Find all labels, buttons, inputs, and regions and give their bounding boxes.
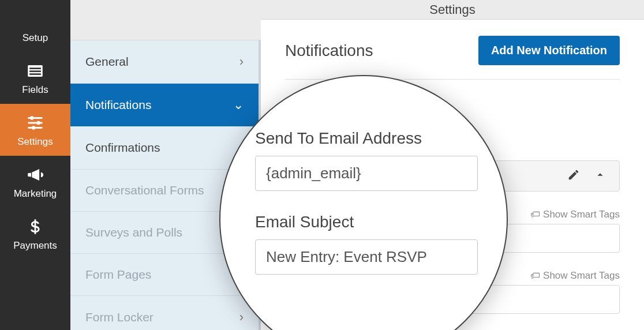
svg-point-8 (36, 121, 40, 125)
page-title: Settings (429, 2, 475, 17)
subnav-label: Form Locker (85, 310, 153, 324)
chevron-down-icon: ⌄ (233, 97, 244, 112)
chevron-up-icon[interactable] (594, 168, 606, 183)
header-bar (70, 0, 261, 40)
nav-label: Fields (0, 84, 70, 96)
dollar-icon (0, 217, 70, 237)
tag-icon: 🏷 (530, 270, 543, 281)
subnav-item-notifications[interactable]: Notifications ⌄ (70, 84, 259, 126)
chevron-right-icon: › (239, 54, 244, 69)
nav-label: Setup (0, 32, 70, 44)
section-header: Notifications Add New Notification (285, 36, 620, 80)
edit-icon[interactable] (567, 168, 580, 183)
svg-rect-2 (29, 70, 41, 72)
nav-item-payments[interactable]: Payments (0, 208, 70, 260)
subnav-label: Conversational Forms (85, 183, 204, 197)
add-new-notification-button[interactable]: Add New Notification (478, 36, 620, 65)
send-to-email-input[interactable]: {admin_email} (255, 156, 478, 191)
nav-item-settings[interactable]: Settings (0, 104, 70, 156)
svg-rect-3 (29, 73, 41, 75)
send-to-label: Send To Email Address (255, 129, 478, 148)
sliders-icon (0, 113, 70, 133)
nav-item-marketing[interactable]: Marketing (0, 156, 70, 208)
svg-rect-5 (28, 122, 43, 124)
subnav-label: Notifications (85, 98, 151, 112)
svg-rect-1 (29, 68, 41, 69)
nav-label: Settings (0, 136, 70, 148)
email-subject-label: Email Subject (255, 213, 478, 231)
subnav-label: Surveys and Polls (85, 226, 182, 239)
bullhorn-icon (0, 165, 70, 185)
subnav-label: General (85, 55, 129, 69)
subnav-item-general[interactable]: General › (70, 40, 259, 84)
nav-item-fields[interactable]: Fields (0, 52, 70, 104)
chevron-right-icon: › (239, 310, 244, 325)
list-icon (0, 61, 70, 81)
tag-icon: 🏷 (530, 209, 543, 220)
svg-point-9 (32, 126, 36, 130)
main-header: Settings (261, 0, 644, 20)
nav-label: Marketing (0, 188, 70, 200)
section-title: Notifications (285, 42, 373, 60)
subnav-label: Confirmations (85, 141, 160, 155)
subnav-item-form-locker[interactable]: Form Locker › (70, 296, 259, 330)
nav-item-setup[interactable]: Setup (0, 0, 70, 52)
svg-point-7 (30, 116, 34, 120)
email-subject-input[interactable]: New Entry: Event RSVP (255, 239, 478, 275)
subnav-label: Form Pages (85, 268, 151, 282)
gear-icon (0, 9, 70, 29)
left-nav: Setup Fields Settings Marketing Payments (0, 0, 70, 330)
nav-label: Payments (0, 240, 70, 252)
